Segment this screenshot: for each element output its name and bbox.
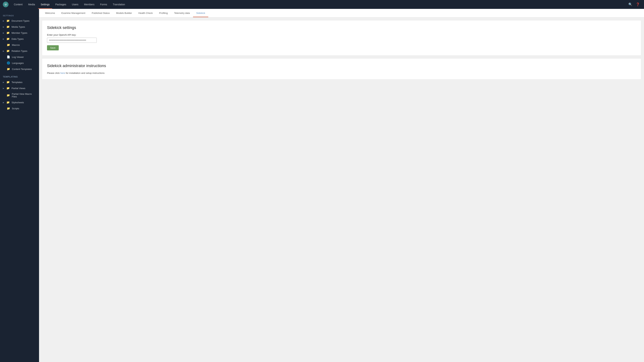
folder-icon: 📁 [6, 25, 10, 28]
folder-icon: 📁 [6, 80, 10, 84]
app-logo[interactable]: U [3, 2, 8, 7]
sidebar-title: Settings [0, 12, 39, 18]
page-content: Sidekick settings Enter your OpenAI API … [39, 18, 644, 362]
sidebar-label: Scripts [12, 107, 19, 110]
tab-published-status[interactable]: Published Status [88, 9, 113, 17]
folder-icon: 📁 [6, 86, 10, 90]
sidebar-item-member-types[interactable]: ▶ 📁 Member Types [0, 30, 39, 36]
sidebar-label: Log Viewer [12, 56, 24, 58]
sidebar-item-templates[interactable]: ▶ 📁 Templates [0, 79, 39, 85]
chevron-icon: ▶ [3, 32, 4, 34]
sidebar-item-scripts[interactable]: 📁 Scripts [0, 106, 39, 112]
folder-icon: 📁 [6, 19, 10, 22]
sidebar-item-relation-types[interactable]: ▶ 📁 Relation Types [0, 48, 39, 54]
sidebar-label: Relation Types [12, 50, 27, 52]
sidebar-item-document-types[interactable]: ▶ 📁 Document Types [0, 18, 39, 24]
instructions-link[interactable]: here [60, 72, 65, 74]
sidebar-item-macros[interactable]: 📁 Macros [0, 42, 39, 48]
sidebar-item-data-types[interactable]: ▶ 📁 Data Types [0, 36, 39, 42]
sub-navigation: Welcome Examine Management Published Sta… [39, 9, 644, 18]
tab-profiling[interactable]: Profiling [156, 9, 171, 17]
nav-packages[interactable]: Packages [53, 2, 69, 7]
api-key-input[interactable] [47, 38, 97, 43]
api-key-label: Enter your OpenAI API key: [47, 34, 636, 36]
folder-icon: 📁 [7, 43, 10, 46]
sidekick-instructions-title: Sidekick administrator instructions [47, 64, 636, 68]
templating-section-label: Templating [0, 72, 39, 79]
nav-settings[interactable]: Settings [38, 2, 52, 7]
sidebar-item-languages[interactable]: 🌐 Languages [0, 60, 39, 66]
main-content: Welcome Examine Management Published Sta… [39, 9, 644, 362]
folder-icon: 📁 [6, 31, 10, 34]
help-icon[interactable]: ❓ [634, 1, 641, 8]
sidebar-item-content-templates[interactable]: 📁 Content Templates [0, 66, 39, 72]
folder-icon: 📁 [6, 37, 10, 40]
sidebar-item-partial-view-macro-files[interactable]: 📁 Partial View Macro Files [0, 91, 39, 99]
search-icon[interactable]: 🔍 [627, 1, 634, 8]
sidebar-item-partial-views[interactable]: ▶ 📁 Partial Views [0, 85, 39, 91]
sidekick-settings-section: Sidekick settings Enter your OpenAI API … [42, 20, 641, 56]
nav-media[interactable]: Media [26, 2, 38, 7]
tab-welcome[interactable]: Welcome [42, 9, 58, 17]
globe-icon: 🌐 [7, 62, 10, 64]
top-navigation: U Content Media Settings Packages Users … [0, 0, 644, 9]
folder-icon: 📁 [7, 107, 10, 110]
sidebar-label: Content Templates [12, 68, 32, 70]
tab-sidekick[interactable]: Sidekick [193, 9, 208, 17]
folder-icon: 📁 [6, 49, 10, 52]
nav-forms[interactable]: Forms [98, 2, 110, 7]
tab-telemetry-data[interactable]: Telemetry data [171, 9, 193, 17]
chevron-icon: ▶ [3, 102, 4, 104]
nav-members[interactable]: Members [82, 2, 97, 7]
tab-health-check[interactable]: Health Check [135, 9, 156, 17]
sidebar-label: Templates [12, 81, 22, 84]
chevron-icon: ▶ [3, 50, 4, 52]
sidekick-instructions-section: Sidekick administrator instructions Plea… [42, 58, 641, 80]
sidebar-label: Data Types [12, 38, 24, 40]
sidebar-item-stylesheets[interactable]: ▶ 📁 Stylesheets [0, 99, 39, 106]
sidebar-label: Partial View Macro Files [12, 93, 36, 98]
sidebar-label: Document Types [12, 20, 30, 22]
nav-content[interactable]: Content [11, 2, 25, 7]
chevron-icon: ▶ [3, 87, 4, 89]
doc-icon: 📄 [7, 55, 10, 58]
tab-models-builder[interactable]: Models Builder [113, 9, 135, 17]
sidekick-settings-title: Sidekick settings [47, 26, 636, 30]
instructions-text-before: Please click [47, 72, 60, 74]
instructions-text-after: for installation and setup instructions [65, 72, 104, 74]
nav-users[interactable]: Users [69, 2, 81, 7]
nav-translation[interactable]: Translation [110, 2, 128, 7]
chevron-icon: ▶ [3, 20, 4, 22]
folder-icon: 📁 [6, 94, 10, 97]
sidebar-label: Member Types [12, 32, 27, 34]
sidebar-label: Partial Views [12, 87, 25, 90]
sidebar-label: Stylesheets [12, 101, 24, 104]
save-button[interactable]: Save [47, 45, 59, 50]
sidebar-label: Macros [12, 44, 20, 46]
sidebar-label: Media Types [12, 26, 25, 28]
chevron-icon: ▶ [3, 26, 4, 28]
sidebar-label: Languages [12, 62, 24, 64]
chevron-icon: ▶ [3, 81, 4, 83]
folder-icon: 📁 [7, 68, 10, 71]
chevron-icon: ▶ [3, 38, 4, 40]
folder-icon: 📁 [6, 101, 10, 104]
instructions-paragraph: Please click here for installation and s… [47, 72, 636, 74]
tab-examine-management[interactable]: Examine Management [58, 9, 88, 17]
sidebar-item-log-viewer[interactable]: 📄 Log Viewer [0, 54, 39, 60]
sidebar-item-media-types[interactable]: ▶ 📁 Media Types [0, 24, 39, 30]
sidebar: Settings ▶ 📁 Document Types ▶ 📁 Media Ty… [0, 9, 39, 362]
